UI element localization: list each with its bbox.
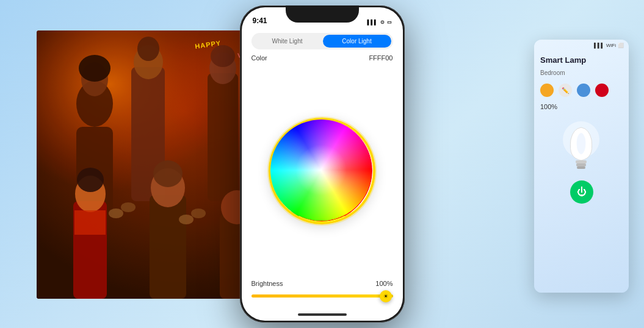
status-time: 9:41 [253,16,267,25]
pencil-tool[interactable]: ✏️ [559,84,572,97]
color-swatch-red[interactable] [595,84,609,97]
svg-rect-34 [576,160,587,163]
brightness-slider[interactable]: ☀ [251,294,393,298]
right-app-screen: ▌▌▌ WiFi ⬜ Smart Lamp Bedroom ✏️ 100% [534,40,629,293]
color-label: Color [251,54,267,62]
right-brightness-label: 100% [534,103,629,110]
sun-icon: ☀ [383,293,388,299]
color-light-tab[interactable]: Color Light [323,35,391,48]
main-phone: 9:41 ▌▌▌ ⊙ ▭ White Light Color Light [240,5,405,323]
home-bar [298,313,347,316]
right-battery-icon: ⬜ [618,43,624,48]
brightness-thumb[interactable]: ☀ [380,290,392,302]
svg-rect-35 [576,163,586,166]
right-signal-icon: ▌▌▌ [594,43,604,48]
right-app-title: Smart Lamp [534,48,629,68]
color-swatches: ✏️ [534,81,629,103]
power-button[interactable]: ⏻ [570,180,593,204]
bulb-svg [559,116,604,171]
home-indicator [242,308,403,321]
color-row: Color FFFF00 [251,54,393,62]
light-mode-toggle: White Light Color Light [251,33,393,49]
power-button-area: ⏻ [534,177,629,207]
color-swatch-orange[interactable] [540,84,554,97]
color-hex-value: FFFF00 [369,54,393,62]
brightness-row: Brightness 100% [251,280,393,287]
phone-screen: 9:41 ▌▌▌ ⊙ ▭ White Light Color Light [242,7,403,321]
right-wifi-icon: WiFi [606,43,616,48]
smart-lamp-title: Smart Lamp [540,55,586,65]
color-wheel-container[interactable] [251,66,393,275]
battery-icon: ▭ [387,20,392,25]
color-wheel[interactable] [269,118,375,224]
phone-content: White Light Color Light Color FFFF00 [242,27,403,308]
status-icons: ▌▌▌ ⊙ ▭ [367,20,391,25]
white-light-tab[interactable]: White Light [253,35,322,48]
phone-notch [286,5,359,23]
bulb-illustration [534,110,629,177]
scene-container: HAPPY WEL [0,0,644,328]
brightness-value: 100% [375,280,393,287]
svg-rect-36 [577,166,585,169]
signal-icon: ▌▌▌ [367,20,377,25]
phone-body: 9:41 ▌▌▌ ⊙ ▭ White Light Color Light [240,5,405,323]
right-app-subtitle: Bedroom [534,68,629,81]
wifi-icon: ⊙ [380,20,385,25]
phone-screen-area: 9:41 ▌▌▌ ⊙ ▭ White Light Color Light [242,7,403,321]
color-swatch-blue[interactable] [577,84,590,97]
brightness-label: Brightness [251,280,283,287]
right-status-bar: ▌▌▌ WiFi ⬜ [534,40,629,48]
